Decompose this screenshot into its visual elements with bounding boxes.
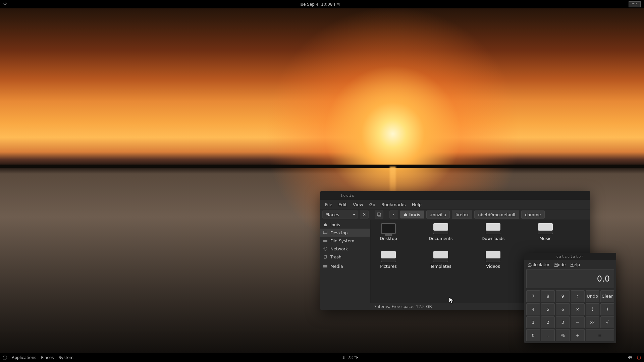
svg-point-12 bbox=[326, 241, 327, 241]
folder-downloads[interactable]: Downloads bbox=[479, 223, 507, 241]
calc-btn-5[interactable]: 5 bbox=[541, 303, 555, 315]
desktop-folder-icon bbox=[381, 223, 396, 234]
path-segment-home[interactable]: louis bbox=[400, 210, 424, 219]
system-menu[interactable]: System bbox=[58, 355, 73, 360]
folder-documents[interactable]: Documents bbox=[426, 223, 455, 241]
svg-rect-8 bbox=[377, 213, 380, 216]
calc-btn-1[interactable]: 1 bbox=[526, 316, 540, 328]
calc-btn-3[interactable]: 3 bbox=[556, 316, 570, 328]
calc-btn-divide[interactable]: ÷ bbox=[571, 290, 585, 302]
menu-go[interactable]: Go bbox=[367, 201, 378, 208]
calc-btn-2[interactable]: 2 bbox=[541, 316, 555, 328]
sidebar-item-filesystem[interactable]: File System bbox=[320, 237, 370, 245]
calc-btn-clear[interactable]: Clear bbox=[600, 290, 614, 302]
file-manager-toolbar: Places ▾ ✕ ‹ louis .mozilla firefox nbet… bbox=[320, 209, 590, 220]
svg-rect-4 bbox=[636, 3, 637, 4]
folder-desktop[interactable]: Desktop bbox=[374, 223, 403, 241]
power-icon[interactable] bbox=[637, 355, 641, 361]
menu-help[interactable]: Help bbox=[569, 261, 582, 268]
file-manager-sidebar: louis Desktop File System Network Trash bbox=[320, 220, 371, 303]
svg-rect-9 bbox=[323, 231, 327, 234]
mouse-cursor-icon bbox=[449, 297, 454, 304]
weather-applet[interactable]: ❄ 73 °F bbox=[342, 355, 359, 360]
calculator-keypad: 7 8 9 ÷ Undo Clear 4 5 6 × ( ) 1 2 3 − x… bbox=[524, 290, 616, 343]
places-menu[interactable]: Places bbox=[41, 355, 54, 360]
wallpaper-horizon bbox=[0, 165, 644, 168]
window-title[interactable]: louis bbox=[320, 191, 590, 200]
sidebar-item-desktop[interactable]: Desktop bbox=[320, 229, 370, 237]
folder-templates[interactable]: Templates bbox=[426, 251, 455, 269]
calc-btn-sqrt[interactable]: √ bbox=[600, 316, 614, 328]
volume-icon[interactable] bbox=[627, 355, 632, 361]
svg-rect-2 bbox=[633, 3, 634, 4]
menu-calculator[interactable]: Calculator bbox=[526, 261, 551, 268]
calc-btn-9[interactable]: 9 bbox=[556, 290, 570, 302]
menu-file[interactable]: File bbox=[322, 201, 335, 208]
calc-btn-minus[interactable]: − bbox=[571, 316, 585, 328]
folder-videos[interactable]: Videos bbox=[479, 251, 507, 269]
menu-bookmarks[interactable]: Bookmarks bbox=[379, 201, 409, 208]
places-dropdown[interactable]: Places ▾ bbox=[322, 210, 358, 219]
sidebar-item-network[interactable]: Network bbox=[320, 245, 370, 253]
calc-btn-6[interactable]: 6 bbox=[556, 303, 570, 315]
sidebar-item-home[interactable]: louis bbox=[320, 221, 370, 229]
nav-back-icon[interactable]: ‹ bbox=[389, 210, 398, 219]
path-segment[interactable]: nbetd9mo.default bbox=[474, 210, 519, 219]
calc-btn-undo[interactable]: Undo bbox=[586, 290, 599, 302]
folder-icon bbox=[433, 251, 448, 262]
applications-menu[interactable]: Applications bbox=[12, 355, 36, 360]
new-tab-icon[interactable] bbox=[375, 210, 383, 219]
folder-icon bbox=[486, 251, 500, 262]
calc-btn-dot[interactable]: . bbox=[541, 329, 555, 341]
system-tray bbox=[629, 1, 644, 7]
calc-btn-rparen[interactable]: ) bbox=[600, 303, 614, 315]
clock[interactable]: Tue Sep 4, 10:08 PM bbox=[10, 2, 629, 7]
svg-rect-11 bbox=[323, 240, 327, 242]
bottom-panel: Applications Places System ❄ 73 °F bbox=[0, 353, 644, 362]
path-segment[interactable]: chrome bbox=[521, 210, 544, 219]
menu-help[interactable]: Help bbox=[409, 201, 424, 208]
calculator-menubar: Calculator Mode Help bbox=[524, 260, 616, 269]
svg-rect-1 bbox=[632, 3, 633, 4]
calc-btn-square[interactable]: x2 bbox=[586, 316, 599, 328]
folder-icon bbox=[538, 223, 553, 234]
home-icon bbox=[404, 212, 408, 217]
download-arrow-icon[interactable] bbox=[0, 2, 10, 7]
path-segment[interactable]: .mozilla bbox=[426, 210, 450, 219]
folder-pictures[interactable]: Pictures bbox=[374, 251, 403, 269]
desktop-icon bbox=[323, 230, 328, 235]
calc-btn-multiply[interactable]: × bbox=[571, 303, 585, 315]
svg-point-14 bbox=[325, 247, 326, 250]
calc-btn-plus[interactable]: + bbox=[571, 329, 585, 341]
home-icon bbox=[323, 222, 328, 227]
menu-edit[interactable]: Edit bbox=[336, 201, 350, 208]
close-sidebar-icon[interactable]: ✕ bbox=[360, 210, 369, 219]
svg-rect-3 bbox=[635, 3, 635, 4]
temperature-label: 73 °F bbox=[348, 355, 359, 360]
svg-point-13 bbox=[324, 247, 327, 250]
menu-mode[interactable]: Mode bbox=[552, 261, 568, 268]
weather-icon: ❄ bbox=[342, 355, 346, 360]
menu-view[interactable]: View bbox=[350, 201, 366, 208]
calc-btn-4[interactable]: 4 bbox=[526, 303, 540, 315]
calc-btn-8[interactable]: 8 bbox=[541, 290, 555, 302]
file-manager-menubar: File Edit View Go Bookmarks Help bbox=[320, 200, 590, 209]
calc-btn-lparen[interactable]: ( bbox=[586, 303, 599, 315]
keyboard-indicator-icon[interactable] bbox=[629, 1, 641, 7]
network-icon bbox=[323, 246, 328, 251]
path-segment-label: louis bbox=[409, 212, 421, 217]
calc-btn-percent[interactable]: % bbox=[556, 329, 570, 341]
path-segment[interactable]: firefox bbox=[452, 210, 473, 219]
applications-launcher-icon[interactable] bbox=[3, 356, 7, 360]
calc-btn-7[interactable]: 7 bbox=[526, 290, 540, 302]
calc-btn-0[interactable]: 0 bbox=[526, 329, 540, 341]
sidebar-item-media[interactable]: Media bbox=[320, 262, 370, 270]
chevron-down-icon: ▾ bbox=[353, 213, 355, 217]
calc-btn-equals[interactable]: = bbox=[586, 329, 614, 341]
window-title[interactable]: calculator bbox=[524, 253, 616, 260]
svg-rect-15 bbox=[323, 265, 327, 267]
sidebar-item-trash[interactable]: Trash bbox=[320, 253, 370, 261]
calculator-window[interactable]: calculator Calculator Mode Help 0.0 7 8 … bbox=[524, 253, 616, 343]
folder-music[interactable]: Music bbox=[531, 223, 560, 241]
places-label: Places bbox=[325, 212, 339, 217]
